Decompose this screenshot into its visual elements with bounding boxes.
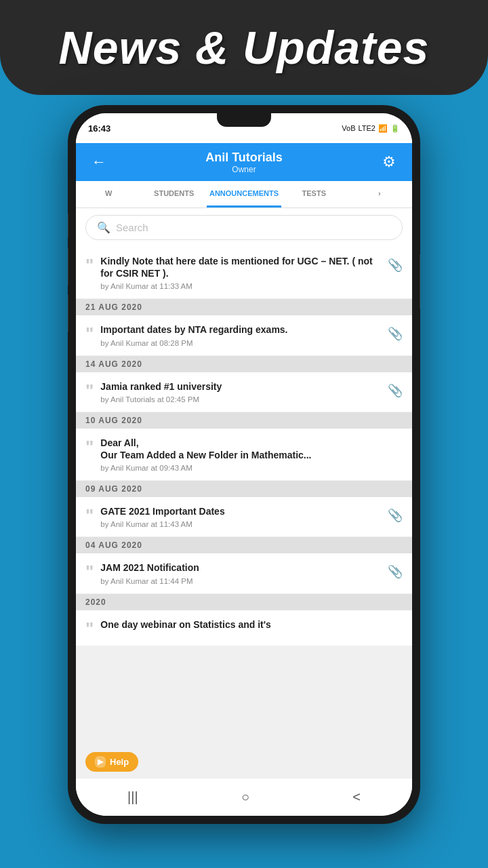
nav-menu-button[interactable]: ||| (114, 784, 152, 810)
signal-icon: VoB (342, 124, 355, 132)
date-separator: 2020 (76, 594, 412, 610)
settings-button[interactable]: ⚙ (377, 150, 401, 174)
list-item[interactable]: " One day webinar on Statistics and it's (76, 610, 412, 646)
status-bar: 16:43 VoB LTE2 📶 🔋 (76, 113, 412, 143)
announcement-text: Kindly Note that here date is mentioned … (100, 255, 381, 279)
list-item[interactable]: " Dear All, Our Team Added a New Folder … (76, 429, 412, 481)
quote-icon: " (85, 620, 94, 637)
announcement-meta: by Anil Kumar at 11:33 AM (100, 282, 381, 290)
quote-icon: " (85, 325, 94, 342)
app-subtitle: Owner (205, 165, 283, 174)
lte-icon: LTE2 (359, 124, 375, 132)
app-header: ← Anil Tutorials Owner ⚙ (76, 143, 412, 181)
app-title: Anil Tutorials (205, 151, 283, 165)
announcement-text: GATE 2021 Important Dates (100, 505, 381, 517)
header-banner: News & Updates (0, 0, 488, 95)
tab-announcements[interactable]: ANNOUNCEMENTS (207, 181, 281, 208)
battery-icon: 🔋 (390, 124, 400, 133)
list-item[interactable]: " Important dates by NTA regarding exams… (76, 315, 412, 355)
announcement-content: GATE 2021 Important Dates by Anil Kumar … (100, 505, 381, 528)
announcement-content: Kindly Note that here date is mentioned … (100, 255, 381, 290)
app-header-center: Anil Tutorials Owner (205, 151, 283, 174)
phone-frame: 16:43 VoB LTE2 📶 🔋 ← Anil Tutorials Owne… (68, 105, 420, 824)
announcement-content: Important dates by NTA regarding exams. … (100, 323, 381, 347)
tab-tests[interactable]: TESTS (281, 181, 346, 208)
tabs-bar: W STUDENTS ANNOUNCEMENTS TESTS › (76, 181, 412, 208)
attachment-icon: 📎 (388, 383, 403, 398)
help-label: Help (110, 757, 129, 767)
search-box[interactable]: 🔍 Search (85, 215, 403, 240)
help-button[interactable]: ▶ Help (85, 752, 138, 772)
attachment-icon: 📎 (388, 258, 403, 273)
side-button-power (420, 254, 420, 309)
announcement-text: Dear All, Our Team Added a New Folder in… (100, 437, 403, 461)
bottom-nav: ||| ○ < (76, 778, 412, 816)
announcement-text: One day webinar on Statistics and it's (100, 618, 403, 631)
announcement-content: One day webinar on Statistics and it's (100, 618, 403, 633)
date-separator: 04 AUG 2020 (76, 537, 412, 553)
announcement-text: Important dates by NTA regarding exams. (100, 323, 381, 336)
quote-icon: " (85, 256, 94, 274)
quote-icon: " (85, 382, 94, 399)
list-item[interactable]: " Jamia ranked #1 university by Anil Tut… (76, 372, 412, 412)
announcement-meta: by Anil Kumar at 11:44 PM (100, 577, 381, 585)
side-button-mute (68, 214, 68, 237)
announcement-text: JAM 2021 Notification (100, 561, 381, 574)
quote-icon: " (85, 507, 94, 524)
announcement-content: Jamia ranked #1 university by Anil Tutor… (100, 380, 381, 403)
tab-more[interactable]: › (347, 181, 412, 208)
quote-icon: " (85, 438, 94, 456)
announcement-meta: by Anil Kumar at 11:43 AM (100, 520, 381, 528)
notch (217, 113, 271, 127)
announcement-meta: by Anil Tutorials at 02:45 PM (100, 395, 381, 403)
list-item[interactable]: " JAM 2021 Notification by Anil Kumar at… (76, 553, 412, 593)
wifi-icon: 📶 (378, 124, 388, 133)
help-icon: ▶ (95, 756, 106, 768)
back-button[interactable]: ← (87, 150, 111, 174)
announcements-list: " Kindly Note that here date is mentione… (76, 247, 412, 807)
attachment-icon: 📎 (388, 326, 403, 341)
date-separator: 14 AUG 2020 (76, 356, 412, 372)
nav-home-button[interactable]: ○ (228, 784, 263, 810)
side-button-vol-up (68, 248, 68, 285)
tab-w[interactable]: W (76, 181, 141, 208)
announcement-text: Jamia ranked #1 university (100, 380, 381, 393)
date-separator: 21 AUG 2020 (76, 299, 412, 315)
quote-icon: " (85, 563, 94, 580)
status-icons: VoB LTE2 📶 🔋 (342, 124, 400, 133)
announcement-meta: by Anil Kumar at 08:28 PM (100, 339, 381, 347)
search-placeholder: Search (116, 222, 148, 233)
announcement-meta: by Anil Kumar at 09:43 AM (100, 464, 403, 472)
tab-students[interactable]: STUDENTS (141, 181, 206, 208)
list-item[interactable]: " GATE 2021 Important Dates by Anil Kuma… (76, 497, 412, 537)
phone-screen: 16:43 VoB LTE2 📶 🔋 ← Anil Tutorials Owne… (76, 113, 412, 816)
announcement-content: JAM 2021 Notification by Anil Kumar at 1… (100, 561, 381, 585)
status-time: 16:43 (88, 123, 110, 134)
list-item[interactable]: " Kindly Note that here date is mentione… (76, 247, 412, 299)
nav-back-button[interactable]: < (339, 784, 374, 810)
attachment-icon: 📎 (388, 508, 403, 523)
date-separator: 10 AUG 2020 (76, 412, 412, 429)
attachment-icon: 📎 (388, 564, 403, 579)
announcement-content: Dear All, Our Team Added a New Folder in… (100, 437, 403, 472)
search-icon: 🔍 (97, 221, 110, 234)
page-title: News & Updates (59, 21, 430, 74)
side-button-vol-down (68, 295, 68, 332)
search-container: 🔍 Search (76, 208, 412, 247)
date-separator: 09 AUG 2020 (76, 481, 412, 497)
